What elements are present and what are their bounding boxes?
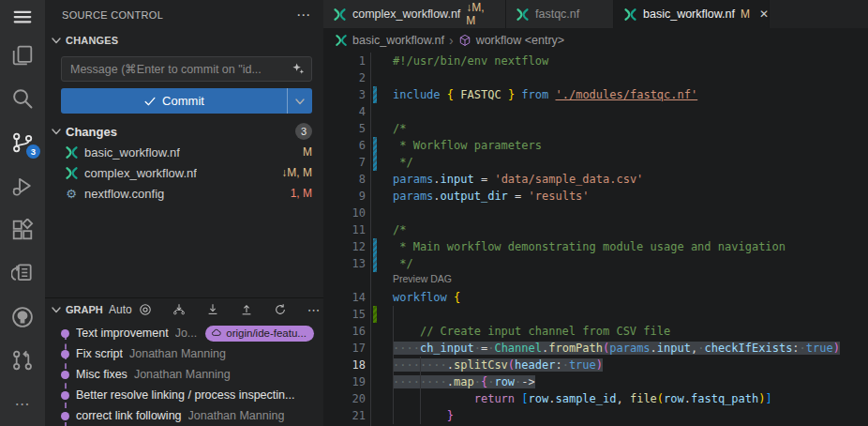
search-icon[interactable]	[0, 77, 45, 120]
auto-label: Auto	[109, 303, 132, 316]
selection-highlight: ········.map·{·row·->	[393, 375, 535, 388]
line-number[interactable]: 3	[323, 86, 366, 103]
commit-row[interactable]: Better resolve linking / process inspect…	[45, 385, 323, 405]
tab-title: basic_workflow.nf	[643, 8, 735, 21]
more-actions-icon[interactable]: ⋯	[296, 7, 310, 23]
commit-dropdown-button[interactable]	[287, 88, 312, 114]
commit-message: Fix script	[76, 347, 123, 360]
graph-section-label: GRAPH	[66, 304, 103, 315]
line-number[interactable]: 4	[323, 103, 366, 120]
code-line[interactable]: 3include { FASTQC } from './modules/fast…	[323, 86, 868, 103]
code-editor[interactable]: 1#!/usr/bin/env nextflow23include { FAST…	[323, 53, 868, 426]
tab-fastqc[interactable]: fastqc.nf	[506, 0, 614, 28]
menu-icon[interactable]	[0, 0, 45, 34]
tab-basic-workflow[interactable]: basic_workflow.nf M ✕	[614, 0, 770, 28]
commit-button[interactable]: Commit	[61, 88, 287, 114]
explorer-icon[interactable]	[0, 34, 45, 77]
code-line[interactable]: 14workflow {	[323, 289, 868, 306]
line-number[interactable]: 11	[323, 221, 366, 238]
code-line[interactable]: 6 * Workflow parameters	[323, 137, 868, 154]
commit-row[interactable]: Misc fixes Jonathan Manning	[45, 364, 323, 385]
github-icon[interactable]	[0, 296, 45, 339]
modified-change-indicator[interactable]	[373, 86, 377, 103]
commit-graph-list: Text improvement Jo... origin/ide-featu.…	[45, 321, 323, 426]
line-number[interactable]: 14	[323, 289, 366, 306]
refresh-icon[interactable]	[274, 303, 301, 316]
pull-request-icon[interactable]	[0, 339, 45, 382]
code-line[interactable]: 19········.map·{·row·->	[323, 373, 868, 390]
code-line[interactable]: 21 }	[323, 407, 868, 424]
line-number[interactable]: 6	[323, 137, 366, 154]
commit-dot	[61, 412, 69, 420]
line-number[interactable]: 18	[323, 357, 366, 373]
code-token: [	[521, 392, 528, 405]
code-line[interactable]: 17····ch_input·=·Channel.fromPath(params…	[323, 340, 868, 357]
sparkle-icon[interactable]	[292, 62, 306, 76]
target-icon[interactable]	[139, 303, 166, 316]
added-change-indicator[interactable]	[373, 306, 377, 323]
graph-section-header[interactable]: GRAPH Auto	[45, 298, 323, 321]
line-number[interactable]: 21	[323, 407, 366, 424]
code-line[interactable]: 2	[323, 69, 868, 86]
code-line[interactable]: 9params.output_dir = 'results'	[323, 188, 868, 205]
line-number[interactable]: 16	[323, 323, 366, 340]
commit-row[interactable]: Fix script Jonathan Manning	[45, 343, 323, 364]
tab-complex-workflow[interactable]: complex_workflow.nf ↓M, M	[323, 0, 506, 28]
commit-row[interactable]: correct link following Jonathan Manning	[45, 405, 323, 426]
breadcrumb-symbol[interactable]: workflow <entry>	[476, 34, 564, 47]
file-row-nextflow-config[interactable]: ⚙ nextflow.config 1, M	[45, 183, 323, 204]
line-number[interactable]: 20	[323, 390, 366, 407]
code-line[interactable]: 16 // Create input channel from CSV file	[323, 323, 868, 340]
source-control-icon[interactable]: 3	[0, 121, 45, 164]
code-line[interactable]: 4	[323, 103, 868, 120]
gutter	[366, 390, 393, 407]
modified-change-indicator[interactable]	[373, 255, 377, 272]
codelens-preview-dag[interactable]: Preview DAG	[323, 272, 868, 289]
code-line[interactable]: 10	[323, 205, 868, 221]
auto-branch-button[interactable]: Auto	[105, 303, 132, 316]
file-row-basic-workflow[interactable]: basic_workflow.nf M	[45, 142, 323, 162]
pull-icon[interactable]	[206, 303, 233, 316]
fetch-icon[interactable]	[172, 303, 200, 316]
line-number[interactable]: 10	[323, 205, 366, 221]
changes-section-header[interactable]: CHANGES	[45, 30, 323, 51]
push-icon[interactable]	[240, 303, 267, 316]
code-line[interactable]: 5/*	[323, 120, 868, 137]
file-row-complex-workflow[interactable]: complex_workflow.nf ↓M, M	[45, 162, 323, 183]
changes-tree-header[interactable]: Changes 3	[45, 121, 323, 142]
commit-row[interactable]: Text improvement Jo... origin/ide-featu.…	[45, 323, 323, 343]
graph-more-icon[interactable]: ⋯	[307, 302, 321, 317]
line-number[interactable]: 12	[323, 238, 366, 255]
code-line[interactable]: 1#!/usr/bin/env nextflow	[323, 53, 868, 69]
close-icon[interactable]: ✕	[759, 7, 769, 22]
code-line[interactable]: 18········.splitCsv(header:·true)	[323, 357, 868, 373]
line-number[interactable]: 19	[323, 373, 366, 390]
line-number[interactable]: 9	[323, 188, 366, 205]
line-number[interactable]: 15	[323, 306, 366, 323]
references-view-icon[interactable]	[0, 251, 45, 295]
line-number[interactable]: 1	[323, 53, 366, 69]
code-line[interactable]: 15	[323, 306, 868, 323]
code-line[interactable]: 20 return [row.sample_id, file(row.fastq…	[323, 390, 868, 407]
breadcrumb-file[interactable]: basic_workflow.nf	[352, 34, 444, 47]
modified-change-indicator[interactable]	[373, 154, 377, 171]
commit-message-input[interactable]	[61, 56, 312, 82]
line-number[interactable]: 5	[323, 120, 366, 137]
line-number[interactable]: 2	[323, 69, 366, 86]
modified-change-indicator[interactable]	[373, 137, 377, 154]
additional-views-icon[interactable]: ⋯	[0, 382, 45, 425]
modified-change-indicator[interactable]	[373, 238, 377, 255]
line-number[interactable]: 7	[323, 154, 366, 171]
gutter	[366, 188, 393, 205]
code-line[interactable]: 12 * Main workflow demonstrating module …	[323, 238, 868, 255]
line-number[interactable]: 13	[323, 255, 366, 272]
code-line[interactable]: 7 */	[323, 154, 868, 171]
extensions-icon[interactable]	[0, 208, 45, 251]
remote-branch-badge[interactable]: origin/ide-featu...	[205, 326, 314, 342]
line-number[interactable]: 17	[323, 340, 366, 357]
code-line[interactable]: 8params.input = 'data/sample_data.csv'	[323, 171, 868, 188]
code-line[interactable]: 11/*	[323, 221, 868, 238]
commit-dot	[61, 329, 69, 338]
line-number[interactable]: 8	[323, 171, 366, 188]
run-debug-icon[interactable]	[0, 164, 45, 207]
